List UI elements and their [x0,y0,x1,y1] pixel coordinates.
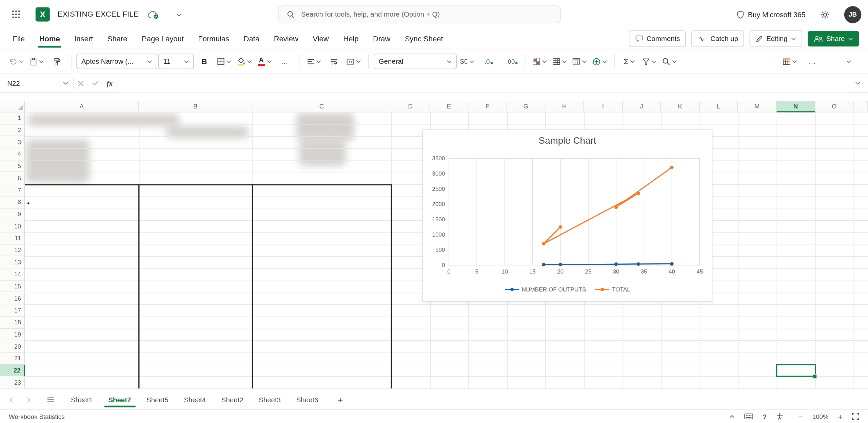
settings-button[interactable] [816,6,833,23]
excel-logo-icon[interactable]: X [35,7,50,21]
zoom-out-button[interactable]: − [798,412,803,421]
column-header-F[interactable]: F [469,101,507,112]
cloud-saved-icon[interactable] [147,11,159,19]
column-header-I[interactable]: I [584,101,623,112]
row-header-10[interactable]: 10 [0,220,25,232]
fullscreen-button[interactable] [852,413,859,420]
column-header-O[interactable]: O [815,101,854,112]
wrap-text-button[interactable] [324,53,343,70]
add-sheet-button[interactable]: + [334,393,347,406]
row-header-7[interactable]: 7 [0,184,25,196]
currency-format-button[interactable]: $€ [458,53,477,70]
search-bar[interactable] [278,5,561,23]
document-title[interactable]: EXISTING EXCEL FILE [58,0,139,29]
keyboard-shortcuts-button[interactable] [744,414,754,420]
column-header-M[interactable]: M [738,101,777,112]
sheet-tab-sheet2[interactable]: Sheet2 [214,390,251,409]
name-box[interactable]: N22 [0,74,73,93]
sheet-tab-sheet7[interactable]: Sheet7 [101,390,139,409]
column-header-partial[interactable] [854,101,868,112]
row-header-4[interactable]: 4 [0,148,25,160]
row-header-5[interactable]: 5 [0,160,25,172]
menu-item-insert[interactable]: Insert [67,29,100,49]
row-header-11[interactable]: 11 [0,233,25,244]
column-header-H[interactable]: H [546,101,584,112]
expand-formula-bar-button[interactable] [848,82,868,85]
column-header-L[interactable]: L [699,101,738,112]
row-header-21[interactable]: 21 [0,352,25,364]
sort-filter-button[interactable] [640,53,659,70]
menu-item-share[interactable]: Share [100,29,135,49]
menu-item-home[interactable]: Home [32,29,67,49]
active-cell-selection[interactable] [776,364,816,377]
column-header-K[interactable]: K [661,101,700,112]
scroll-tabs-left-button[interactable] [4,393,18,406]
sheet-tab-sheet4[interactable]: Sheet4 [176,390,214,409]
fill-color-button[interactable] [235,53,254,70]
format-cells-button[interactable] [781,53,800,70]
column-header-C[interactable]: C [252,101,391,112]
confirm-entry-button[interactable] [88,76,102,90]
column-header-B[interactable]: B [139,101,253,112]
row-header-19[interactable]: 19 [0,328,25,340]
column-header-A[interactable]: A [25,101,139,112]
row-header-2[interactable]: 2 [0,124,25,136]
all-sheets-button[interactable] [43,392,57,407]
menu-item-draw[interactable]: Draw [366,29,398,49]
menu-item-review[interactable]: Review [267,29,305,49]
embedded-chart[interactable]: Sample Chart 050010001500200025003000350… [422,129,713,302]
comments-button[interactable]: Comments [629,31,686,47]
share-button[interactable]: Share [807,31,859,46]
bold-button[interactable]: B [195,53,214,70]
paste-button[interactable] [27,53,46,70]
sheet-tab-sheet6[interactable]: Sheet6 [289,390,326,409]
column-header-G[interactable]: G [507,101,546,112]
account-avatar[interactable]: JB [844,6,862,23]
menu-item-page-layout[interactable]: Page Layout [135,29,191,49]
autosum-button[interactable]: Σ [620,53,639,70]
column-header-J[interactable]: J [623,101,661,112]
row-header-8[interactable]: 8 [0,196,25,208]
undo-button[interactable] [7,53,26,70]
find-button[interactable] [660,53,679,70]
font-name-select[interactable]: Aptos Narrow (... [76,54,157,69]
scroll-tabs-right-button[interactable] [22,393,35,406]
row-header-9[interactable]: 9 [0,208,25,220]
conditional-formatting-button[interactable] [530,53,549,70]
number-format-select[interactable]: General [374,54,457,69]
buy-microsoft-365-button[interactable]: Buy Microsoft 365 [737,10,806,18]
catch-up-button[interactable]: Catch up [692,31,744,47]
help-button[interactable]: ? [763,413,767,420]
menu-item-sync-sheet[interactable]: Sync Sheet [398,29,450,49]
menu-item-formulas[interactable]: Formulas [191,29,236,49]
insert-cells-button[interactable] [590,53,609,70]
column-header-D[interactable]: D [391,101,430,112]
font-size-select[interactable]: 11 [158,54,194,69]
select-all-corner[interactable] [0,101,25,112]
format-as-table-button[interactable] [550,53,569,70]
formula-input[interactable] [117,74,847,93]
menu-item-file[interactable]: File [5,29,32,49]
zoom-level[interactable]: 100% [812,413,829,420]
row-header-6[interactable]: 6 [0,173,25,184]
status-expand-button[interactable] [730,415,735,418]
font-color-button[interactable]: A [255,53,274,70]
sheet-tab-sheet3[interactable]: Sheet3 [251,390,288,409]
format-painter-button[interactable] [47,53,66,70]
increase-decimal-button[interactable]: .00 [501,53,520,70]
font-more-button[interactable]: … [275,53,294,70]
row-header-17[interactable]: 17 [0,304,25,316]
sheet-tab-sheet5[interactable]: Sheet5 [139,390,176,409]
fill-handle[interactable] [813,374,817,378]
zoom-in-button[interactable]: + [838,412,843,421]
sheet-tab-sheet1[interactable]: Sheet1 [63,390,100,409]
row-header-3[interactable]: 3 [0,136,25,148]
row-header-23[interactable]: 23 [0,377,25,388]
row-header-18[interactable]: 18 [0,317,25,328]
accessibility-button[interactable] [776,413,783,420]
alignment-button[interactable] [304,53,323,70]
cancel-entry-button[interactable] [74,76,88,90]
app-launcher-button[interactable] [7,5,25,23]
editing-mode-button[interactable]: Editing [750,31,802,47]
insert-function-button[interactable]: fx [102,76,117,90]
